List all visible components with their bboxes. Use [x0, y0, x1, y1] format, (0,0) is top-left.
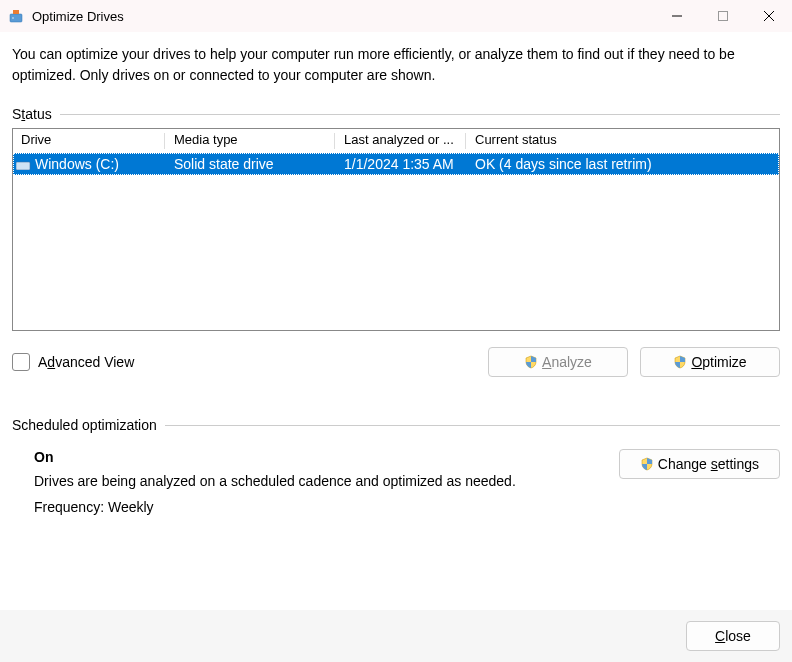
svg-rect-7: [16, 162, 30, 170]
shield-icon: [673, 355, 687, 369]
advanced-view-checkbox[interactable]: Advanced View: [12, 353, 476, 371]
drive-list[interactable]: Drive Media type Last analyzed or ... Cu…: [12, 128, 780, 331]
scheduled-label: Scheduled optimization: [12, 417, 157, 433]
column-media-type[interactable]: Media type: [166, 129, 336, 153]
scheduled-header: Scheduled optimization: [12, 417, 780, 433]
scheduled-description: Drives are being analyzed on a scheduled…: [34, 473, 619, 489]
drive-last-analyzed: 1/1/2024 1:35 AM: [336, 156, 467, 172]
column-last-analyzed[interactable]: Last analyzed or ...: [336, 129, 467, 153]
minimize-button[interactable]: [654, 0, 700, 32]
column-current-status[interactable]: Current status: [467, 129, 743, 153]
window-title: Optimize Drives: [32, 9, 654, 24]
optimize-button[interactable]: Optimize: [640, 347, 780, 377]
scheduled-frequency: Frequency: Weekly: [34, 499, 619, 515]
svg-rect-1: [13, 10, 19, 14]
intro-text: You can optimize your drives to help you…: [12, 44, 780, 86]
close-window-button[interactable]: [746, 0, 792, 32]
svg-rect-0: [10, 14, 22, 22]
divider: [60, 114, 780, 115]
shield-icon: [640, 457, 654, 471]
maximize-button[interactable]: [700, 0, 746, 32]
drive-list-header: Drive Media type Last analyzed or ... Cu…: [13, 129, 779, 153]
svg-rect-10: [17, 162, 20, 163]
drive-media-type: Solid state drive: [166, 156, 336, 172]
drive-row[interactable]: Windows (C:) Solid state drive 1/1/2024 …: [13, 153, 779, 175]
drive-name: Windows (C:): [35, 156, 119, 172]
svg-point-2: [12, 17, 13, 18]
checkbox-box[interactable]: [12, 353, 30, 371]
drive-current-status: OK (4 days since last retrim): [467, 156, 743, 172]
close-button[interactable]: Close: [686, 621, 780, 651]
column-drive[interactable]: Drive: [13, 129, 166, 153]
status-header: Status: [12, 106, 780, 122]
app-icon: [8, 8, 24, 24]
svg-rect-8: [17, 158, 20, 161]
divider: [165, 425, 780, 426]
svg-rect-4: [719, 12, 728, 21]
scheduled-on-label: On: [34, 449, 619, 465]
shield-icon: [524, 355, 538, 369]
drive-icon: [16, 158, 32, 170]
status-label: Status: [12, 106, 52, 122]
window-controls: [654, 0, 792, 32]
advanced-view-label: Advanced View: [38, 354, 134, 370]
change-settings-button[interactable]: Change settings: [619, 449, 780, 479]
bottom-bar: Close: [0, 610, 792, 662]
analyze-button[interactable]: Analyze: [488, 347, 628, 377]
svg-rect-9: [21, 158, 24, 161]
titlebar: Optimize Drives: [0, 0, 792, 32]
